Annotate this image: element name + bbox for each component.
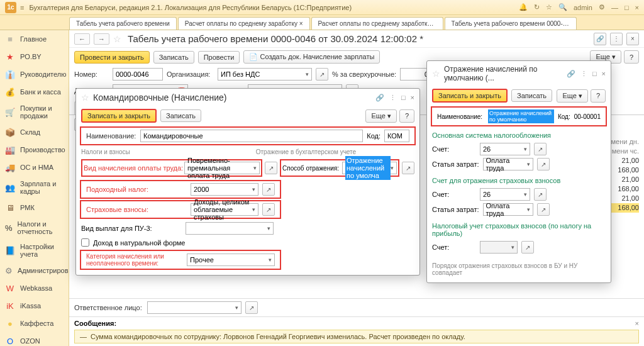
sidebar-item-3[interactable]: 💰Банк и касса <box>0 83 69 101</box>
sidebar-item-0[interactable]: ≡Главное <box>0 30 69 48</box>
m2-cost2-sel[interactable]: Оплата труда▾ <box>483 203 533 216</box>
write-button[interactable]: Записать <box>153 51 194 64</box>
resp-select[interactable]: ▾ <box>147 301 242 314</box>
fav-star[interactable]: ☆ <box>113 34 121 44</box>
maximize-icon[interactable]: □ <box>625 4 629 11</box>
modal1-write[interactable]: Записать <box>160 109 201 122</box>
nav-back[interactable]: ← <box>74 33 90 45</box>
modal2-write[interactable]: Записать <box>511 89 552 102</box>
number-input[interactable] <box>113 68 163 81</box>
sidebar-icon: 📘 <box>5 245 15 255</box>
m1-ins-sel[interactable]: Доходы, целиком облагаемые страховы▾ <box>191 203 258 216</box>
modal2-star[interactable]: ☆ <box>432 69 440 79</box>
m2-name-val[interactable]: Отражение начислений по умолчанию <box>488 109 554 123</box>
sidebar-item-4[interactable]: 🛒Покупки и продажи <box>0 101 69 123</box>
search-icon[interactable]: 🔍 <box>558 3 567 11</box>
org-select[interactable]: ИП без НДС▾ <box>218 68 312 81</box>
sidebar-item-11[interactable]: 📘Настройки учета <box>0 239 69 262</box>
sidebar-icon: 🏭 <box>5 145 15 155</box>
sidebar-label: Налоги и отчетность <box>18 220 64 235</box>
m1-natural-lbl: Доход в натуральной форме <box>93 239 185 247</box>
user-label[interactable]: admin <box>574 4 592 11</box>
close-icon[interactable]: × <box>635 4 639 11</box>
m2-acc2-sel[interactable]: 26▾ <box>480 188 530 201</box>
history-icon[interactable]: ↻ <box>534 3 540 11</box>
org-open[interactable]: ↗ <box>316 68 328 81</box>
sidebar-item-12[interactable]: ⚙Администрирование <box>0 262 69 279</box>
tab-2[interactable]: Расчет оплаты по среднему заработку 0000… <box>311 17 443 30</box>
m1-natural-chk[interactable] <box>81 238 89 247</box>
sidebar-label: Банк и касса <box>20 88 61 96</box>
m1-tax-sel[interactable]: 2000▾ <box>191 183 258 196</box>
resp-open[interactable]: ↗ <box>245 301 258 314</box>
modal2-close-icon[interactable]: × <box>602 70 606 78</box>
m2-cost-sel[interactable]: Оплата труда▾ <box>483 158 533 170</box>
modal2-max-icon[interactable]: □ <box>592 70 597 78</box>
sidebar-item-15[interactable]: ●Каффеста <box>0 315 69 332</box>
post-close-button[interactable]: Провести и закрыть <box>74 51 150 64</box>
m2-acc-open[interactable]: ↗ <box>534 143 547 155</box>
sidebar-item-1[interactable]: ★PO.BY <box>0 48 69 65</box>
sidebar-icon: 👔 <box>5 69 15 79</box>
modal2-link-icon[interactable]: 🔗 <box>567 70 575 78</box>
m1-paytype-sel[interactable]: Повременно-премиальная оплата труда▾ <box>184 162 260 174</box>
sidebar-label: OZON <box>20 337 40 345</box>
help-button[interactable]: ? <box>624 50 639 64</box>
modal2-more-icon[interactable]: ⋮ <box>580 70 587 78</box>
sidebar-item-14[interactable]: iKiKassa <box>0 297 69 315</box>
link-icon[interactable]: 🔗 <box>594 33 606 45</box>
modal1-post-close[interactable]: Записать и закрыть <box>81 109 157 123</box>
messages-close[interactable]: × <box>635 320 639 327</box>
tab-1[interactable]: Расчет оплаты по среднему заработку × <box>178 17 310 30</box>
m1-accmethod-open[interactable]: ↗ <box>402 162 414 174</box>
modal1-max-icon[interactable]: □ <box>401 94 406 102</box>
sidebar-item-10[interactable]: %Налоги и отчетность <box>0 216 69 239</box>
m2-cost-open[interactable]: ↗ <box>537 158 550 170</box>
modal2-help[interactable]: ? <box>591 89 606 103</box>
sidebar-label: iKassa <box>20 302 41 310</box>
modal-reflection: ☆ Отражение начислений по умолчанию (...… <box>426 60 611 283</box>
modal2-post-close[interactable]: Записать и закрыть <box>432 89 508 103</box>
sidebar-icon: 📦 <box>5 127 15 137</box>
modal1-star[interactable]: ☆ <box>81 92 89 103</box>
m1-name-input[interactable] <box>140 130 363 142</box>
modal2-more[interactable]: Еще ▾ <box>557 89 587 103</box>
menu-icon[interactable]: ≡ <box>20 4 24 11</box>
m1-accmethod-sel[interactable]: Отражение начислений по умолча▾ <box>342 162 397 174</box>
bell-icon[interactable]: 🔔 <box>519 3 528 11</box>
m1-ins-open[interactable]: ↗ <box>262 203 275 216</box>
tab-0[interactable]: Табель учета рабочего времени <box>69 17 177 30</box>
modal1-more-icon[interactable]: ⋮ <box>389 94 396 102</box>
sidebar-item-2[interactable]: 👔Руководителю <box>0 65 69 83</box>
more-icon[interactable]: ⋮ <box>610 33 623 45</box>
create-accrual-button[interactable]: 📄 Создать док. Начисление зарплаты <box>243 50 380 64</box>
m1-sec-acc: Отражение в бухгалтерском учете <box>256 148 356 155</box>
m1-tax-open[interactable]: ↗ <box>262 183 275 196</box>
minimize-icon[interactable]: — <box>611 4 618 11</box>
modal1-close-icon[interactable]: × <box>411 94 414 102</box>
modal1-more[interactable]: Еще ▾ <box>365 109 396 123</box>
sidebar-item-13[interactable]: WWebkassa <box>0 279 69 297</box>
doc-close[interactable]: × <box>626 33 639 45</box>
sidebar-item-9[interactable]: 🖥РМК <box>0 199 69 216</box>
sidebar-item-8[interactable]: 👥Зарплата и кадры <box>0 176 69 199</box>
m1-cat-sel[interactable]: Прочее▾ <box>187 254 275 266</box>
nav-fwd[interactable]: → <box>94 33 109 45</box>
m1-pu3-sel[interactable]: ▾ <box>186 222 274 235</box>
m1-paytype-open[interactable]: ↗ <box>265 162 277 174</box>
sidebar-item-6[interactable]: 🏭Производство <box>0 141 69 159</box>
modal2-title: Отражение начислений по умолчанию (... <box>444 65 563 82</box>
modal1-help[interactable]: ? <box>399 109 414 123</box>
sidebar-icon: 🛒 <box>5 107 15 117</box>
post-button[interactable]: Провести <box>198 51 240 64</box>
sidebar-item-16[interactable]: OOZON <box>0 332 69 346</box>
sidebar-item-7[interactable]: 🚚ОС и НМА <box>0 159 69 176</box>
m2-acc-sel[interactable]: 26▾ <box>480 143 530 155</box>
m1-code-input[interactable] <box>384 130 409 142</box>
tab-3[interactable]: Табель учета рабочего времени 0000-0046 … <box>445 17 577 30</box>
star-icon[interactable]: ☆ <box>546 3 552 11</box>
sidebar-item-5[interactable]: 📦Склад <box>0 123 69 141</box>
modal1-link-icon[interactable]: 🔗 <box>375 94 384 102</box>
settings-icon[interactable]: ⚙ <box>599 3 605 11</box>
modal-accrual-type: ☆ Командировочные (Начисление) 🔗 ⋮ □ × З… <box>75 88 420 276</box>
